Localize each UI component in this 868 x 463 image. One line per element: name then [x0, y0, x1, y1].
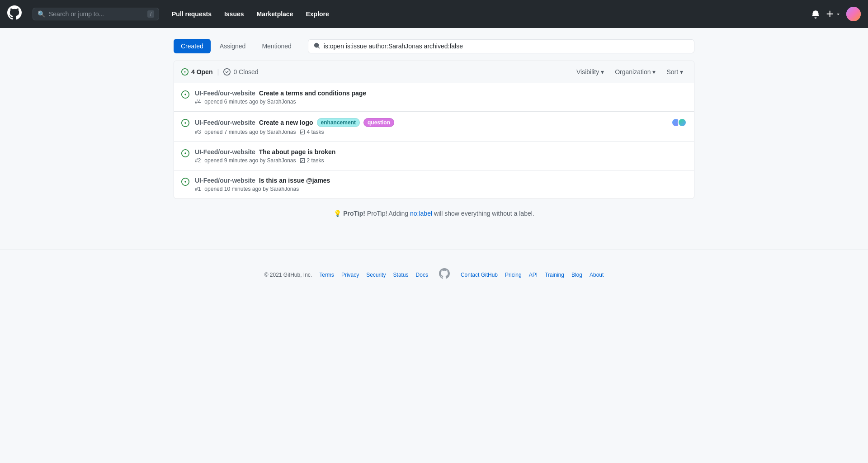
footer-link-docs[interactable]: Docs [416, 272, 428, 278]
issue-time-2: opened 9 minutes ago by SarahJonas [204, 157, 296, 164]
footer: © 2021 GitHub, Inc. Terms Privacy Securi… [0, 250, 868, 300]
avatar[interactable] [846, 7, 861, 21]
issue-meta-3: #3 opened 7 minutes ago by SarahJonas 4 … [195, 129, 666, 135]
closed-issues-count[interactable]: 0 Closed [223, 68, 258, 76]
footer-links-right: Contact GitHub Pricing API Training Blog… [461, 272, 604, 278]
issue-tasks-text-3: 4 tasks [307, 129, 324, 135]
issue-title-line-3: UI-Feed/our-website Create a new logo en… [195, 118, 666, 127]
nav-link-marketplace[interactable]: Marketplace [251, 7, 299, 21]
main-content: Created Assigned Mentioned 4 Open [163, 39, 705, 228]
tab-mentioned[interactable]: Mentioned [255, 39, 298, 53]
issue-row-4: UI-Feed/our-website Create a terms and c… [174, 83, 694, 112]
closed-count-text: 0 Closed [233, 68, 258, 76]
organization-filter[interactable]: Organization ▾ [611, 66, 659, 77]
nav-search-placeholder: Search or jump to... [49, 10, 104, 18]
issues-tabs-row: Created Assigned Mentioned [174, 39, 694, 53]
footer-link-api[interactable]: API [529, 272, 538, 278]
footer-link-pricing[interactable]: Pricing [505, 272, 522, 278]
issue-open-icon-1 [181, 178, 189, 188]
issue-number-1: #1 [195, 186, 201, 192]
issue-number-2: #2 [195, 157, 201, 164]
issue-tasks-3: 4 tasks [300, 129, 324, 135]
footer-links-left: © 2021 GitHub, Inc. Terms Privacy Securi… [264, 272, 428, 278]
footer-github-logo [439, 268, 450, 282]
issue-open-icon-3 [181, 119, 189, 129]
nav-links: Pull requests Issues Marketplace Explore [166, 7, 335, 21]
issues-search-icon [314, 43, 320, 50]
visibility-filter[interactable]: Visibility ▾ [573, 66, 608, 77]
nav-link-issues[interactable]: Issues [219, 7, 250, 21]
issue-tasks-2: 2 tasks [300, 157, 324, 164]
footer-link-security[interactable]: Security [366, 272, 386, 278]
search-icon: 🔍 [38, 10, 45, 18]
issue-meta-2: #2 opened 9 minutes ago by SarahJonas 2 … [195, 157, 687, 164]
navbar: 🔍 Search or jump to... / Pull requests I… [0, 0, 868, 28]
issue-title-3[interactable]: Create a new logo [259, 119, 313, 126]
svg-point-0 [846, 7, 861, 21]
issue-number-4: #4 [195, 99, 201, 105]
footer-link-contact[interactable]: Contact GitHub [461, 272, 498, 278]
footer-link-training[interactable]: Training [545, 272, 564, 278]
issue-content-4: UI-Feed/our-website Create a terms and c… [195, 90, 687, 105]
notifications-button[interactable] [811, 9, 820, 19]
tab-created[interactable]: Created [174, 39, 211, 53]
issues-container: 4 Open | 0 Closed Visibility ▾ Organizat… [174, 61, 694, 199]
tab-assigned[interactable]: Assigned [212, 39, 253, 53]
issue-repo-2[interactable]: UI-Feed/our-website [195, 148, 255, 156]
footer-link-about[interactable]: About [590, 272, 604, 278]
issue-meta-1: #1 opened 10 minutes ago by SarahJonas [195, 186, 687, 192]
issue-content-2: UI-Feed/our-website The about page is br… [195, 148, 687, 164]
issues-count-row: 4 Open | 0 Closed [181, 68, 259, 76]
issue-open-icon-4 [181, 90, 189, 101]
label-enhancement-3[interactable]: enhancement [317, 118, 360, 127]
issue-title-line-4: UI-Feed/our-website Create a terms and c… [195, 90, 687, 97]
issue-repo-4[interactable]: UI-Feed/our-website [195, 90, 255, 97]
issue-time-4: opened 6 minutes ago by SarahJonas [204, 99, 296, 105]
issue-title-4[interactable]: Create a terms and conditions page [259, 90, 366, 97]
protip-label: ProTip! [343, 210, 365, 217]
open-count-text: 4 Open [191, 68, 212, 76]
issue-row-3: UI-Feed/our-website Create a new logo en… [174, 112, 694, 142]
issue-title-1[interactable]: Is this an issue @james [259, 177, 330, 184]
issue-title-line-2: UI-Feed/our-website The about page is br… [195, 148, 687, 156]
issue-number-3: #3 [195, 129, 201, 135]
issues-search-input[interactable] [324, 43, 689, 50]
label-question-3[interactable]: question [363, 118, 394, 127]
issue-meta-4: #4 opened 6 minutes ago by SarahJonas [195, 99, 687, 105]
footer-link-status[interactable]: Status [393, 272, 409, 278]
sort-filter[interactable]: Sort ▾ [663, 66, 687, 77]
issue-title-2[interactable]: The about page is broken [259, 148, 336, 156]
nav-search-bar[interactable]: 🔍 Search or jump to... / [33, 8, 159, 20]
lightbulb-icon: 💡 [334, 210, 341, 217]
issue-title-line-1: UI-Feed/our-website Is this an issue @ja… [195, 177, 687, 184]
footer-link-blog[interactable]: Blog [571, 272, 582, 278]
footer-copyright: © 2021 GitHub, Inc. [264, 272, 312, 278]
issue-tasks-text-2: 2 tasks [307, 157, 324, 164]
issue-content-3: UI-Feed/our-website Create a new logo en… [195, 118, 666, 135]
footer-link-terms[interactable]: Terms [319, 272, 334, 278]
nav-right [811, 7, 861, 21]
footer-link-privacy[interactable]: Privacy [341, 272, 359, 278]
nav-link-pull-requests[interactable]: Pull requests [166, 7, 217, 21]
create-new-button[interactable] [826, 9, 841, 19]
issues-filters: Visibility ▾ Organization ▾ Sort ▾ [573, 66, 687, 77]
open-issues-count[interactable]: 4 Open [181, 68, 212, 76]
protip-link[interactable]: no:label [410, 210, 432, 217]
issue-repo-1[interactable]: UI-Feed/our-website [195, 177, 255, 184]
issues-header: 4 Open | 0 Closed Visibility ▾ Organizat… [174, 61, 694, 83]
issue-time-1: opened 10 minutes ago by SarahJonas [204, 186, 299, 192]
protip-before: ProTip! Adding [367, 210, 410, 217]
issue-time-3: opened 7 minutes ago by SarahJonas [204, 129, 296, 135]
issue-content-1: UI-Feed/our-website Is this an issue @ja… [195, 177, 687, 192]
protip-after: will show everything without a label. [434, 210, 534, 217]
issue-open-icon-2 [181, 149, 189, 160]
issue-assignee-3 [671, 118, 687, 127]
search-kbd-hint: / [147, 10, 154, 18]
issue-row-1: UI-Feed/our-website Is this an issue @ja… [174, 170, 694, 198]
nav-link-explore[interactable]: Explore [300, 7, 334, 21]
github-logo-icon[interactable] [7, 5, 22, 23]
issues-search-bar[interactable] [308, 39, 694, 53]
protip-section: 💡 ProTip! ProTip! Adding no:label will s… [174, 199, 694, 228]
issue-repo-3[interactable]: UI-Feed/our-website [195, 119, 255, 126]
issue-row-2: UI-Feed/our-website The about page is br… [174, 142, 694, 170]
